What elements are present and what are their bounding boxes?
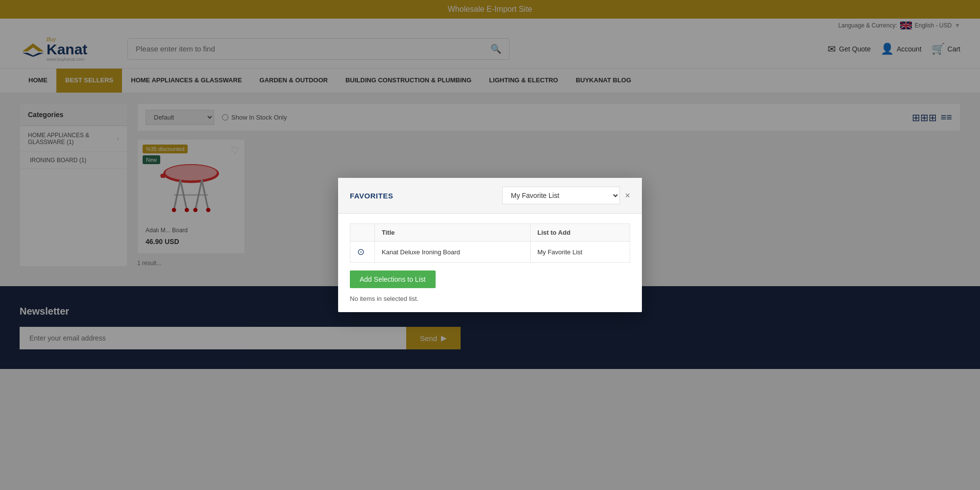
modal-body: Title List to Add ⊙ Kanat Deluxe Ironing… [338,214,642,312]
modal-table: Title List to Add ⊙ Kanat Deluxe Ironing… [350,223,630,263]
modal-header-right: My Favorite List × [502,187,630,204]
add-selections-button[interactable]: Add Selections to List [350,270,436,288]
checked-icon: ⊙ [357,247,365,257]
table-header-check [350,224,375,242]
favorites-modal: FAVORITES My Favorite List × Title List … [338,178,642,312]
table-cell-list: My Favorite List [530,242,630,263]
table-cell-title: Kanat Deluxe Ironing Board [375,242,531,263]
table-header-title: Title [375,224,531,242]
table-header-list: List to Add [530,224,630,242]
modal-list-select[interactable]: My Favorite List [502,187,620,204]
modal-header: FAVORITES My Favorite List × [338,178,642,214]
table-row: ⊙ Kanat Deluxe Ironing Board My Favorite… [350,242,630,263]
modal-close-button[interactable]: × [625,191,630,201]
no-items-text: No items in selected list. [350,295,630,302]
modal-title: FAVORITES [350,192,393,200]
table-cell-check: ⊙ [350,242,375,263]
